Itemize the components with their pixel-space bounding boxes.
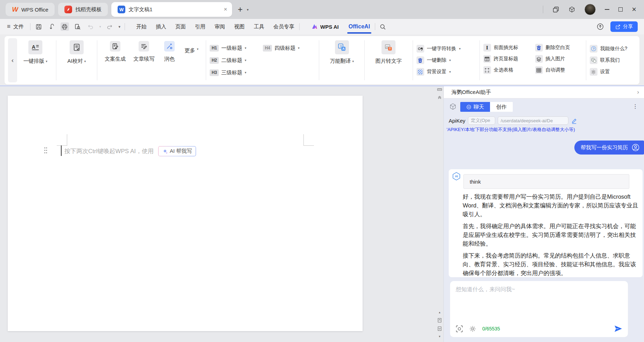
ai-help-write-button[interactable]: AI 帮我写 (158, 146, 196, 156)
translate-button[interactable]: 文A 万能翻译▾ (323, 36, 361, 84)
tab-chat[interactable]: 聊天 (460, 102, 490, 112)
select-all-table-button[interactable]: 全选表格 (483, 66, 532, 74)
stacked-windows-icon[interactable] (552, 6, 559, 13)
user-avatar[interactable] (584, 4, 596, 15)
search-icon[interactable] (379, 23, 386, 30)
menu-page[interactable]: 页面 (175, 23, 187, 31)
gear-icon[interactable] (469, 326, 476, 332)
menu-insert[interactable]: 插入 (155, 23, 167, 31)
minimize-button[interactable] (605, 9, 609, 10)
upload-cloud-icon[interactable] (596, 23, 604, 30)
cube-icon[interactable] (568, 6, 575, 13)
share-icon (615, 24, 621, 29)
ai-avatar-icon: AI (452, 172, 461, 181)
screenshot-icon[interactable] (456, 325, 463, 333)
image-to-text-button[interactable]: T 图片转文字 (368, 36, 409, 84)
polish-button[interactable]: 润色 (158, 36, 181, 62)
cross-page-title-label: 跨页显标题 (494, 56, 518, 62)
chevron-down-icon: ▾ (449, 59, 451, 62)
insert-image-button[interactable]: 插入图片 (535, 55, 582, 63)
think-label: think (470, 179, 481, 185)
menu-member[interactable]: 会员专享 (273, 23, 295, 31)
redo-icon[interactable] (105, 22, 114, 31)
one-key-delete-button[interactable]: 一键删除 ▾ (416, 56, 476, 64)
collapse-panel-icon[interactable]: › (637, 89, 639, 96)
next-page-icon[interactable] (436, 326, 443, 331)
undo-icon[interactable] (86, 22, 95, 31)
text-cursor (61, 145, 62, 156)
file-menu[interactable]: ≡ 文件 (5, 23, 26, 30)
send-button[interactable] (614, 324, 622, 333)
tab-list-chevron-icon[interactable]: ▾ (247, 8, 248, 12)
collapse-ribbon-icon[interactable] (436, 95, 443, 100)
auto-fit-button[interactable]: 自动调整 (535, 66, 582, 74)
menu-view[interactable]: 视图 (233, 23, 245, 31)
new-tab-button[interactable]: + (237, 5, 243, 14)
ruler-toggle-icon[interactable] (436, 88, 443, 92)
scroll-up-icon[interactable]: ▴ (436, 310, 443, 314)
edit-pencil-icon[interactable] (571, 117, 578, 124)
background-settings-button[interactable]: 背景设置 ▾ (416, 68, 476, 76)
save-icon[interactable] (35, 22, 43, 31)
continue-writing-button[interactable]: 文章续写 (130, 36, 158, 62)
menu-office-ai[interactable]: OfficeAI (348, 23, 371, 30)
ai-help-write-label: AI 帮我写 (170, 148, 192, 155)
contact-us-button[interactable]: 联系我们 (590, 56, 637, 64)
delete-blank-page-button[interactable]: 删除空白页 (535, 43, 582, 52)
document-page[interactable]: 按下两次Ctrl键唤起WPS AI，使用 AI 帮我写 (8, 96, 363, 331)
menu-tools[interactable]: 工具 (253, 23, 265, 31)
menu-bar: ≡ 文件 ▾ ▾ 开始 插入 页面 引用 审阅 视图 工具 会员专享 (0, 19, 644, 34)
ai-proofread-label: AI校对 (68, 58, 83, 64)
menu-reference[interactable]: 引用 (194, 23, 206, 31)
heading3-button[interactable]: H3 三级标题 ▾ (210, 67, 263, 79)
toolbar-chevron-icon[interactable]: ▾ (118, 25, 120, 29)
insert-image-label: 插入图片 (546, 56, 565, 62)
docer-icon (64, 6, 72, 13)
undo-chevron-icon[interactable]: ▾ (99, 25, 101, 28)
ribbon-collapse-button[interactable]: ‹ (8, 38, 17, 82)
apikey-mode-field[interactable]: 定义(Ope (468, 116, 495, 125)
one-key-layout-button[interactable]: A 一键排版▾ (19, 36, 52, 84)
question-circle-icon: ? (590, 45, 597, 53)
tab-document[interactable]: W 文字文稿1 × (111, 2, 232, 17)
more-menu-icon[interactable]: ⋮ (632, 103, 638, 110)
what-can-i-do-button[interactable]: ? 我能做什么? (590, 45, 637, 53)
share-button[interactable]: 分享 (610, 21, 638, 32)
chat-input[interactable] (456, 286, 622, 317)
char-convert-button[interactable]: 一键字符转换 ▾ (416, 45, 476, 53)
file-menu-label: 文件 (13, 23, 24, 30)
menu-start[interactable]: 开始 (135, 23, 147, 31)
maximize-button[interactable] (618, 7, 623, 12)
close-tab-icon[interactable]: × (223, 6, 228, 13)
more-button[interactable]: 更多▾ (181, 47, 202, 54)
tab-docer-templates[interactable]: 找稻壳模板 (58, 3, 108, 16)
scroll-down-icon[interactable]: ▾ (436, 335, 443, 338)
apikey-path-field[interactable]: /userdata/deepseek-ai/De (498, 116, 568, 125)
tab-create[interactable]: 创作 (490, 102, 513, 112)
settings-button[interactable]: 设置 (590, 68, 637, 76)
print-preview-icon[interactable] (74, 22, 82, 31)
model-cube-icon[interactable] (449, 103, 457, 110)
insert-cursor-front-button[interactable]: I 前面插光标 (483, 43, 532, 52)
copy-generate-label: 文案生成 (105, 56, 126, 62)
think-block[interactable]: think (463, 174, 629, 189)
contact-us-label: 联系我们 (600, 57, 620, 63)
menu-review[interactable]: 审阅 (214, 23, 226, 31)
heading4-button[interactable]: H4 四级标题 ▾ (263, 42, 315, 54)
drag-handle-icon[interactable] (44, 147, 48, 154)
layers-icon (535, 55, 543, 63)
menu-wps-ai[interactable]: WPS AI (312, 23, 339, 30)
heading1-button[interactable]: H1 一级标题 ▾ (210, 42, 263, 54)
doc-check-icon (70, 40, 84, 54)
ai-proofread-button[interactable]: AI校对▾ (60, 36, 94, 84)
previous-page-icon[interactable] (436, 318, 443, 323)
heading2-button[interactable]: H2 二级标题 ▾ (210, 54, 263, 67)
chevron-down-icon: ▾ (298, 46, 300, 50)
tab-wps-office[interactable]: W WPS Office (6, 3, 55, 16)
copy-generate-button[interactable]: 文案生成 (101, 36, 130, 62)
print-icon[interactable] (61, 22, 69, 31)
export-icon[interactable] (48, 22, 56, 31)
close-window-button[interactable]: × (632, 6, 636, 13)
cross-page-title-button[interactable]: 跨页显标题 (483, 55, 532, 63)
wechat-icon (590, 56, 597, 64)
